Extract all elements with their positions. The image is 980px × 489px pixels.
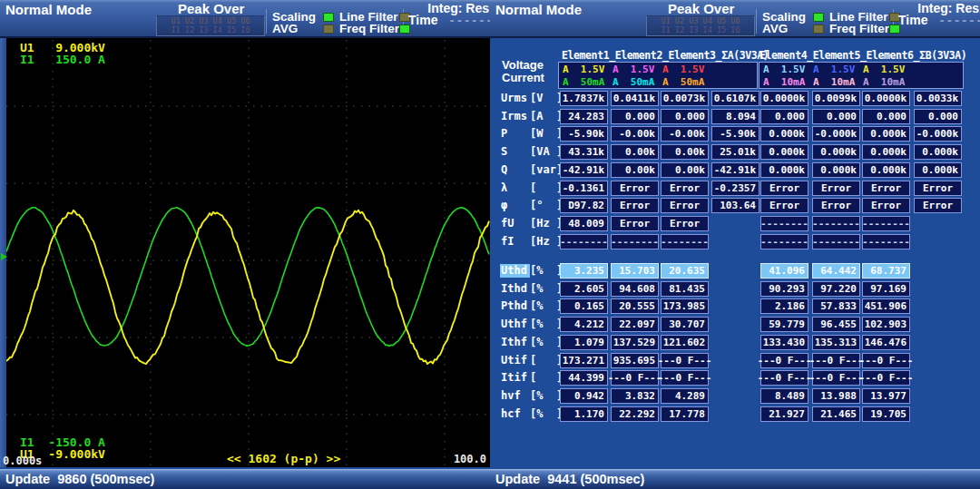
cell-Ithd-col5: 90.293 [760, 281, 808, 297]
peak-over-label: Peak Over [178, 1, 244, 16]
cell-Uthf-col5: 59.779 [760, 317, 808, 332]
measure-row-Irms: Irms[A ]24.2830.0000.0008.0940.0000.0000… [490, 109, 980, 124]
measurement-table: Voltage Current Element1_Element2_Elemen… [490, 38, 980, 469]
cell-Irms-col4: 8.094 [711, 109, 760, 124]
cell-hcf-col5: 21.927 [760, 406, 808, 422]
cell-hvf-col2: 3.832 [611, 388, 659, 404]
right-header-bar: Normal Mode Peak Over U1 U2 U3 U4 U5 U6 … [490, 0, 980, 38]
cell-φ-col8: Error [914, 198, 962, 213]
peak-over-indicators: U1 U2 U3 U4 U5 U6 I1 I2 I3 I4 I5 I6 [646, 15, 755, 36]
cell-fI-col3: -------- [661, 234, 709, 249]
measure-row-λ: λ[ ]-0.1361ErrorError-0.2357ErrorErrorEr… [490, 181, 980, 196]
cell-P-col2: -0.00k [611, 126, 659, 142]
current-range: A 10mA [813, 76, 855, 89]
cell-Pthd-col6: 57.833 [812, 298, 860, 314]
row-unit: [W ] [530, 127, 563, 140]
row-label-Uthd: Uthd [500, 264, 530, 278]
cell-Ithf-col2: 137.529 [611, 335, 659, 350]
range-box-elements-1-3: A 1.5VA 50mAA 1.5VA 50mAA 1.5VA 50mA [558, 62, 758, 89]
cell-fI-col6: -------- [812, 234, 860, 249]
cell-P-col7: 0.000k [862, 126, 910, 142]
measure-row-Utif: Utif[ ]173.271935.695---0 F------0 F----… [490, 353, 980, 368]
freq-filter-label: Freq Filter [829, 22, 889, 35]
cell-fI-col1: -------- [560, 234, 608, 249]
element-1-range: A 1.5VA 50mA [563, 64, 604, 89]
cell-Ithf-col7: 146.476 [862, 335, 910, 350]
waveform-left-rail [0, 38, 6, 467]
cell-φ-col1: D97.82 [560, 198, 608, 213]
cell-φ-col2: Error [611, 198, 659, 213]
cell-Urms-col2: 0.0411k [611, 91, 659, 106]
cell-λ-col7: Error [862, 181, 910, 196]
cell-Irms-col2: 0.000 [611, 109, 659, 124]
measure-row-φ: φ[° ]D97.82ErrorError103.64ErrorErrorErr… [490, 198, 980, 213]
cell-Itif-col5: ---0 F--- [760, 370, 808, 386]
peak-over-voltage-row: U1 U2 U3 U4 U5 U6 [157, 16, 264, 25]
cell-hcf-col3: 17.778 [661, 406, 709, 422]
cell-Pthd-col5: 2.186 [760, 298, 808, 314]
waveform-display: U1 9.000kVI1 150.0 A I1 -150.0 AU1 -9.00… [0, 38, 490, 467]
current-range: A 50mA [612, 76, 654, 89]
measure-row-Q: Q[var]-42.91k0.00k0.00k-42.91k0.000k0.00… [490, 162, 980, 178]
cell-λ-col8: Error [914, 181, 962, 196]
cell-fI-col5: -------- [760, 234, 808, 249]
peak-over-voltage-row: U1 U2 U3 U4 U5 U6 [647, 16, 754, 25]
mode-label: Normal Mode [495, 2, 582, 17]
cell-P-col5: 0.000k [760, 126, 808, 142]
avg-label: AVG [272, 22, 323, 35]
update-counter-right: Update 9441 (500msec) [495, 472, 644, 486]
cell-Ithd-col3: 81.435 [661, 281, 709, 297]
peak-over-current-row: I1 I2 I3 I4 I5 I6 [157, 25, 264, 34]
row-label-P: P [501, 127, 507, 140]
filter-block: Line Filter Freq Filter [829, 11, 900, 34]
measure-row-fI: fI[Hz ]---------------------------------… [490, 234, 980, 249]
cell-Urms-col5: 0.0000k [760, 91, 808, 106]
cell-Irms-col3: 0.000 [661, 109, 709, 124]
cell-Utif-col3: ---0 F--- [661, 353, 709, 368]
row-unit: [ ] [530, 354, 563, 367]
cell-P-col8: -0.000k [914, 126, 962, 142]
cell-P-col6: -0.000k [812, 126, 860, 142]
freq-filter-label: Freq Filter [339, 22, 399, 35]
cell-Q-col2: 0.00k [611, 162, 659, 178]
cell-Uthd-col1: 3.235 [560, 263, 608, 279]
left-header-bar: Normal Mode Peak Over U1 U2 U3 U4 U5 U6 … [0, 0, 490, 38]
cell-Q-col4: -42.91k [711, 162, 760, 178]
row-label-Ithf: Ithf [501, 336, 527, 348]
voltage-range: A 1.5V [612, 64, 654, 76]
row-label-Uthf: Uthf [501, 318, 527, 330]
cell-Uthf-col7: 102.903 [862, 317, 910, 332]
row-unit: [% ] [530, 282, 563, 295]
element-6-range: A 1.5VA 10mA [863, 64, 905, 89]
header-divider [756, 9, 757, 34]
cell-Irms-col8: 0.000 [914, 109, 962, 124]
header-divider [266, 9, 267, 34]
cell-S-col3: 0.00k [661, 144, 709, 160]
voltage-range: A 1.5V [662, 64, 704, 76]
cell-P-col4: -5.90k [711, 126, 760, 142]
measure-row-Urms: Urms[V ]1.7837k0.0411k0.0073k0.6107k0.00… [490, 91, 980, 106]
cell-Utif-col5: ---0 F--- [760, 353, 808, 368]
i1-zero-marker [1, 253, 7, 260]
range-box-elements-4-6: A 1.5VA 10mAA 1.5VA 10mAA 1.5VA 10mA [759, 62, 964, 89]
cell-Uthd-col3: 20.635 [661, 263, 709, 279]
row-unit: [% ] [530, 299, 563, 312]
channel-scale-top: U1 9.000kVI1 150.0 A [20, 42, 105, 65]
row-unit: [V ] [530, 92, 563, 104]
voltage-range: A 1.5V [763, 64, 805, 76]
cell-Uthd-col6: 64.442 [812, 263, 860, 279]
scaling-avg-block: Scaling AVG [762, 11, 824, 34]
measure-row-S: S[VA ]43.31k0.00k0.00k25.01k0.000k0.000k… [490, 144, 980, 160]
cell-S-col4: 25.01k [711, 144, 760, 160]
cell-Uthf-col6: 96.455 [812, 317, 860, 332]
cell-fU-col2: Error [611, 216, 659, 231]
measure-row-Pthd: Pthd[% ]0.16520.555173.9852.18657.833451… [490, 298, 980, 314]
avg-label: AVG [762, 22, 813, 35]
cell-hvf-col6: 13.988 [812, 388, 860, 404]
current-label: Current [502, 72, 544, 84]
cell-Ithf-col5: 133.430 [760, 335, 808, 350]
row-label-Irms: Irms [501, 110, 527, 122]
integ-status: Integ: Res [917, 1, 979, 15]
measure-row-Itif: Itif[ ]44.399---0 F------0 F------0 F---… [490, 370, 980, 386]
cell-fI-col2: -------- [611, 234, 659, 249]
